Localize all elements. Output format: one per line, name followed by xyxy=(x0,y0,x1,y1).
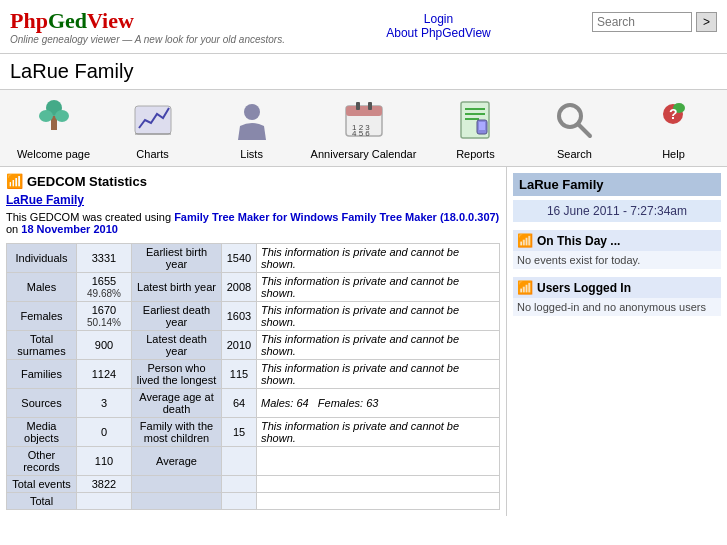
logo-ged: Ged xyxy=(48,8,87,33)
stats-family-link[interactable]: LaRue Family xyxy=(6,193,84,207)
right-date: 16 June 2011 - 7:27:34am xyxy=(513,200,721,222)
help-icon: ? xyxy=(649,96,697,144)
charts-icon xyxy=(129,96,177,144)
svg-rect-18 xyxy=(479,122,485,130)
header: PhpGedView Online genealogy viewer — A n… xyxy=(0,0,727,54)
right-section-body-users: No logged-in and no anonymous users xyxy=(513,298,721,316)
logo-area: PhpGedView Online genealogy viewer — A n… xyxy=(10,8,285,45)
stats-table: Individuals 3331 Earliest birth year 154… xyxy=(6,243,500,510)
table-row: Total surnames 900 Latest death year 201… xyxy=(7,331,500,360)
nav-label-welcome: Welcome page xyxy=(17,148,90,160)
stats-date: 18 November 2010 xyxy=(21,223,118,235)
search-nav-icon xyxy=(550,96,598,144)
page-title: LaRue Family xyxy=(0,54,727,90)
nav-item-search[interactable]: Search xyxy=(534,96,614,160)
nav-label-lists: Lists xyxy=(240,148,263,160)
nav-links: Login About PhpGedView xyxy=(386,12,491,40)
logo-view: View xyxy=(87,8,134,33)
nav-label-charts: Charts xyxy=(136,148,168,160)
table-row: Other records 110 Average xyxy=(7,447,500,476)
stats-title: 📶 GEDCOM Statistics xyxy=(6,173,500,189)
on-this-day-icon: 📶 xyxy=(517,233,533,248)
tree-icon xyxy=(30,96,78,144)
table-row: Sources 3 Average age at death 64 Males:… xyxy=(7,389,500,418)
search-area: > xyxy=(592,12,717,32)
calendar-icon: 1 2 3 4 5 6 xyxy=(340,96,388,144)
stats-icon: 📶 xyxy=(6,173,23,189)
right-section-title-on-this-day: 📶 On This Day ... xyxy=(513,230,721,251)
left-panel: 📶 GEDCOM Statistics LaRue Family This GE… xyxy=(0,167,507,516)
nav-item-help[interactable]: ? Help xyxy=(633,96,713,160)
about-link[interactable]: About PhpGedView xyxy=(386,26,491,40)
nav-item-anniversary[interactable]: 1 2 3 4 5 6 Anniversary Calendar xyxy=(311,96,417,160)
nav-bar: Welcome page Charts Lists xyxy=(0,90,727,167)
right-family-title: LaRue Family xyxy=(513,173,721,196)
main-content: 📶 GEDCOM Statistics LaRue Family This GE… xyxy=(0,167,727,516)
login-link[interactable]: Login xyxy=(424,12,453,26)
table-row: Females 167050.14% Earliest death year 1… xyxy=(7,302,500,331)
svg-rect-16 xyxy=(465,118,479,120)
svg-point-2 xyxy=(39,110,53,122)
search-button[interactable]: > xyxy=(696,12,717,32)
svg-rect-8 xyxy=(346,106,382,116)
svg-rect-9 xyxy=(356,102,360,110)
logo-title: PhpGedView xyxy=(10,8,285,34)
right-panel: LaRue Family 16 June 2011 - 7:27:34am 📶 … xyxy=(507,167,727,516)
svg-point-3 xyxy=(55,110,69,122)
nav-label-search: Search xyxy=(557,148,592,160)
svg-point-6 xyxy=(244,104,260,120)
svg-rect-15 xyxy=(465,113,485,115)
table-row: Families 1124 Person who lived the longe… xyxy=(7,360,500,389)
right-section-users-logged-in: 📶 Users Logged In No logged-in and no an… xyxy=(513,277,721,316)
table-row: Media objects 0 Family with the most chi… xyxy=(7,418,500,447)
search-input[interactable] xyxy=(592,12,692,32)
reports-icon xyxy=(451,96,499,144)
table-row: Males 165549.68% Latest birth year 2008 … xyxy=(7,273,500,302)
logo-php: Php xyxy=(10,8,48,33)
right-section-body-on-this-day: No events exist for today. xyxy=(513,251,721,269)
svg-rect-14 xyxy=(465,108,485,110)
table-row: Total events 3822 xyxy=(7,476,500,493)
nav-item-charts[interactable]: Charts xyxy=(113,96,193,160)
nav-label-anniversary: Anniversary Calendar xyxy=(311,148,417,160)
table-row: Individuals 3331 Earliest birth year 154… xyxy=(7,244,500,273)
lists-icon xyxy=(228,96,276,144)
stats-desc: This GEDCOM was created using Family Tre… xyxy=(6,211,500,235)
table-row: Total xyxy=(7,493,500,510)
svg-text:4 5 6: 4 5 6 xyxy=(352,129,370,138)
users-icon: 📶 xyxy=(517,280,533,295)
stats-subtitle: LaRue Family xyxy=(6,193,500,207)
nav-label-reports: Reports xyxy=(456,148,495,160)
svg-text:?: ? xyxy=(669,106,678,122)
right-section-on-this-day: 📶 On This Day ... No events exist for to… xyxy=(513,230,721,269)
svg-rect-10 xyxy=(368,102,372,110)
nav-item-reports[interactable]: Reports xyxy=(435,96,515,160)
logo-subtitle: Online genealogy viewer — A new look for… xyxy=(10,34,285,45)
nav-label-help: Help xyxy=(662,148,685,160)
svg-line-20 xyxy=(578,124,590,136)
nav-item-welcome[interactable]: Welcome page xyxy=(14,96,94,160)
right-section-title-users: 📶 Users Logged In xyxy=(513,277,721,298)
nav-item-lists[interactable]: Lists xyxy=(212,96,292,160)
stats-software: Family Tree Maker for Windows Family Tre… xyxy=(174,211,499,223)
